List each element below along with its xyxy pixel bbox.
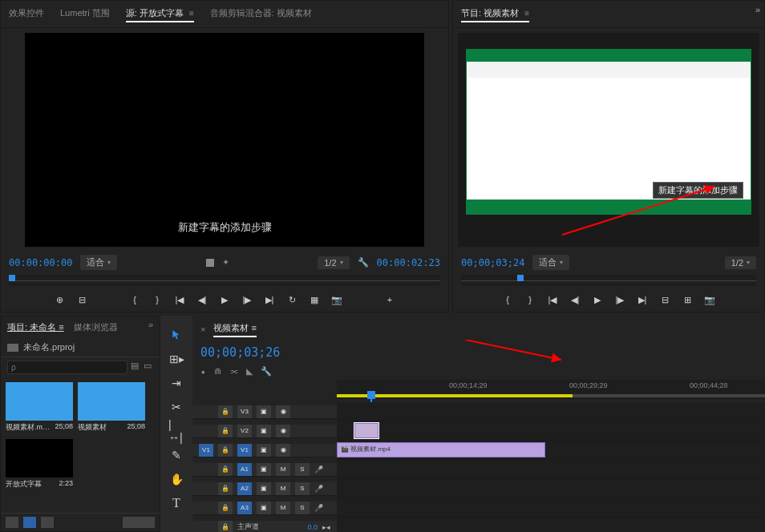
insert-button[interactable]: ⊕ bbox=[51, 292, 67, 307]
project-item[interactable]: 开放式字幕2:23 bbox=[6, 439, 73, 491]
source-viewer[interactable]: 新建字幕的添加步骤 bbox=[25, 33, 424, 247]
mute-toggle[interactable]: M bbox=[276, 502, 290, 514]
tab-lumetri[interactable]: Lumetri 范围 bbox=[60, 6, 110, 22]
freeform-view-icon[interactable] bbox=[41, 517, 54, 528]
pen-tool[interactable]: ✎ bbox=[168, 447, 184, 463]
goto-out-button[interactable]: ▶| bbox=[634, 292, 650, 307]
timeline-timecode[interactable]: 00;00;03;26 bbox=[192, 342, 765, 363]
icon-view-icon[interactable] bbox=[23, 517, 36, 528]
output-toggle[interactable]: ▣ bbox=[257, 502, 271, 514]
play-button[interactable]: ▶ bbox=[217, 292, 233, 307]
playhead[interactable] bbox=[367, 391, 375, 399]
track-label[interactable]: A3 bbox=[237, 502, 252, 514]
voice-icon[interactable]: 🎤 bbox=[314, 466, 323, 474]
selection-tool[interactable] bbox=[168, 327, 184, 343]
close-icon[interactable]: ≡ bbox=[189, 9, 194, 18]
goto-in-button[interactable]: |◀ bbox=[172, 292, 188, 307]
step-back-button[interactable]: ◀| bbox=[567, 292, 583, 307]
output-toggle[interactable]: ▣ bbox=[257, 463, 271, 476]
mute-toggle[interactable]: M bbox=[276, 482, 290, 495]
eye-toggle[interactable]: ◉ bbox=[276, 405, 290, 418]
voice-icon[interactable]: 🎤 bbox=[314, 504, 323, 512]
source-tc-in[interactable]: 00:00:00:00 bbox=[9, 257, 72, 268]
slip-tool[interactable]: |↔| bbox=[168, 423, 184, 439]
zoom-slider[interactable] bbox=[123, 517, 155, 528]
lock-toggle[interactable]: 🔒 bbox=[218, 521, 233, 533]
razor-tool[interactable]: ✂ bbox=[168, 399, 184, 415]
search-input[interactable] bbox=[7, 361, 128, 374]
step-fwd-button[interactable]: |▶ bbox=[612, 292, 628, 307]
tab-audiomix[interactable]: 音频剪辑混合器: 视频素材 bbox=[210, 6, 312, 22]
lock-toggle[interactable]: 🔒 bbox=[218, 482, 233, 495]
voice-icon[interactable]: 🎤 bbox=[314, 485, 323, 493]
hand-tool[interactable]: ✋ bbox=[168, 471, 184, 487]
mark-out-button[interactable]: } bbox=[149, 292, 165, 307]
fit-dropdown[interactable]: 适合▾ bbox=[80, 255, 117, 270]
program-scrubber[interactable] bbox=[461, 275, 756, 286]
mark-in-button[interactable]: { bbox=[127, 292, 143, 307]
filter-icon[interactable]: ▤ bbox=[131, 361, 140, 370]
goto-out-button[interactable]: ▶| bbox=[261, 292, 277, 307]
lock-toggle[interactable]: 🔒 bbox=[218, 405, 233, 418]
output-toggle[interactable]: ▣ bbox=[257, 405, 271, 418]
close-icon[interactable]: × bbox=[200, 324, 205, 334]
panel-menu-icon[interactable]: » bbox=[148, 320, 153, 335]
close-icon[interactable]: ≡ bbox=[524, 9, 529, 18]
output-toggle[interactable]: ▣ bbox=[257, 444, 271, 457]
timeline-tab[interactable]: 视频素材 ≡ bbox=[213, 320, 256, 337]
solo-toggle[interactable]: S bbox=[295, 482, 310, 495]
track-label[interactable]: V3 bbox=[237, 405, 252, 418]
tab-media-browser[interactable]: 媒体浏览器 bbox=[74, 320, 118, 335]
wrench-icon[interactable]: 🔧 bbox=[358, 257, 369, 268]
loop-button[interactable]: ↻ bbox=[284, 292, 300, 307]
master-value[interactable]: 0.0 bbox=[307, 523, 318, 531]
list-view-icon[interactable] bbox=[6, 517, 18, 528]
solo-toggle[interactable]: S bbox=[295, 463, 310, 476]
source-patch[interactable]: V1 bbox=[199, 444, 213, 457]
mark-out-button[interactable]: } bbox=[522, 292, 538, 307]
tab-effects[interactable]: 效果控件 bbox=[9, 6, 44, 22]
link-icon[interactable]: ⫘ bbox=[229, 366, 238, 377]
marker-icon[interactable]: ✦ bbox=[222, 257, 229, 268]
zoom-dropdown[interactable]: 1/2▾ bbox=[318, 256, 349, 269]
track-label[interactable]: A2 bbox=[237, 482, 252, 495]
export-frame-button[interactable]: 📷 bbox=[702, 292, 718, 307]
program-tc[interactable]: 00;00;03;24 bbox=[461, 257, 524, 268]
marker-icon[interactable]: ◣ bbox=[246, 366, 253, 377]
solo-toggle[interactable]: S bbox=[295, 502, 310, 514]
project-item[interactable]: 视频素材.m…25;08 bbox=[6, 382, 73, 434]
project-file-row[interactable]: 未命名.prproj bbox=[1, 338, 160, 357]
program-viewer[interactable]: 新建字幕的添加步骤 bbox=[458, 33, 759, 247]
lock-toggle[interactable]: 🔒 bbox=[218, 444, 233, 457]
settings-icon[interactable]: 🔧 bbox=[261, 366, 272, 377]
eye-toggle[interactable]: ◉ bbox=[276, 425, 290, 437]
track-label[interactable]: V1 bbox=[237, 444, 252, 457]
snap-icon[interactable]: ⬥ bbox=[200, 366, 206, 377]
type-tool[interactable]: T bbox=[168, 495, 184, 511]
safe-margin-button[interactable]: ▦ bbox=[306, 292, 322, 307]
track-label[interactable]: A1 bbox=[237, 463, 252, 476]
caption-clip[interactable] bbox=[354, 423, 378, 438]
tab-project[interactable]: 项目: 未命名 ≡ bbox=[7, 320, 64, 335]
mark-in-button[interactable]: { bbox=[500, 292, 516, 307]
ripple-edit-tool[interactable]: ⇥ bbox=[168, 375, 184, 391]
track-label[interactable]: V2 bbox=[237, 425, 252, 437]
track-select-tool[interactable]: ⊞▸ bbox=[168, 351, 184, 367]
tab-source[interactable]: 源: 开放式字幕 ≡ bbox=[126, 6, 194, 22]
lock-toggle[interactable]: 🔒 bbox=[218, 502, 233, 514]
output-toggle[interactable]: ▣ bbox=[257, 482, 271, 495]
goto-in-button[interactable]: |◀ bbox=[544, 292, 561, 307]
stop-icon[interactable] bbox=[206, 259, 214, 267]
panel-menu-icon[interactable]: » bbox=[755, 5, 760, 14]
overwrite-button[interactable]: ⊟ bbox=[74, 292, 90, 307]
eye-toggle[interactable]: ◉ bbox=[276, 444, 290, 457]
lift-button[interactable]: ⊟ bbox=[657, 292, 673, 307]
export-frame-button[interactable]: 📷 bbox=[329, 292, 345, 307]
mute-toggle[interactable]: M bbox=[276, 463, 290, 476]
add-button[interactable]: + bbox=[382, 292, 398, 307]
magnet-icon[interactable]: ⋒ bbox=[214, 366, 221, 377]
output-toggle[interactable]: ▣ bbox=[257, 425, 271, 437]
video-clip[interactable]: 🎬 视频素材.mp4 bbox=[337, 442, 545, 457]
step-back-button[interactable]: ◀| bbox=[194, 292, 210, 307]
play-button[interactable]: ▶ bbox=[589, 292, 605, 307]
